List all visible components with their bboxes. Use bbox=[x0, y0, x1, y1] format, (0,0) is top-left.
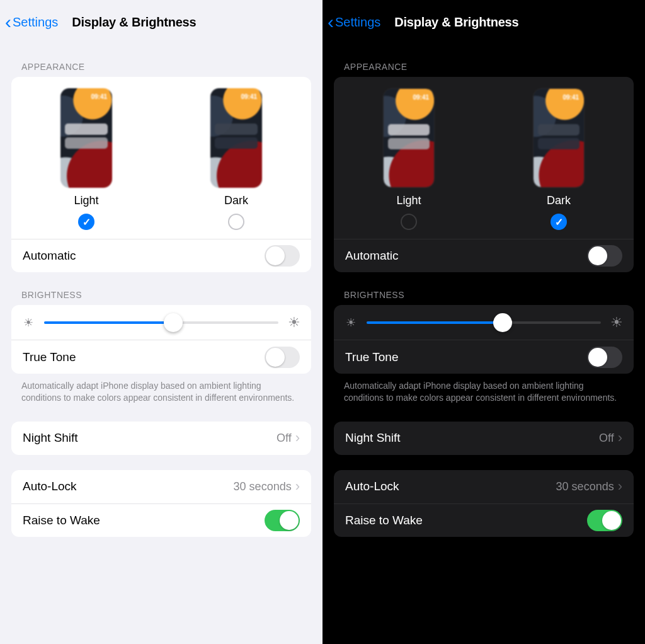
appearance-dark-radio[interactable] bbox=[228, 214, 244, 230]
automatic-switch[interactable] bbox=[265, 245, 300, 267]
chevron-left-icon: ‹ bbox=[328, 13, 334, 32]
appearance-dark-preview: 09:41 bbox=[533, 88, 585, 188]
raise-row: Raise to Wake bbox=[334, 503, 634, 537]
nav-bar: ‹ Settings Display & Brightness bbox=[322, 0, 645, 44]
automatic-row: Automatic bbox=[11, 239, 311, 272]
preview-clock: 09:41 bbox=[562, 94, 579, 101]
back-label: Settings bbox=[335, 15, 380, 30]
raise-switch[interactable] bbox=[265, 510, 300, 531]
truetone-label: True Tone bbox=[345, 350, 587, 364]
sun-min-icon: ☀ bbox=[21, 316, 35, 330]
brightness-slider-row: ☀ ☀ bbox=[334, 305, 634, 340]
sun-max-icon: ☀ bbox=[610, 316, 624, 330]
section-appearance-label: APPEARANCE bbox=[322, 44, 645, 77]
appearance-options: 09:41 Light 09:41 Dark bbox=[11, 77, 311, 239]
nightshift-value: Off bbox=[599, 432, 614, 445]
appearance-light-radio[interactable] bbox=[401, 214, 417, 230]
autolock-value: 30 seconds bbox=[234, 480, 292, 493]
appearance-options: 09:41 Light 09:41 Dark bbox=[334, 77, 634, 239]
autolock-value: 30 seconds bbox=[556, 480, 614, 493]
nightshift-group: Night Shift Off › bbox=[11, 422, 311, 455]
chevron-left-icon: ‹ bbox=[5, 13, 11, 32]
back-button[interactable]: ‹ Settings bbox=[328, 13, 380, 32]
sun-min-icon: ☀ bbox=[344, 316, 358, 330]
truetone-row: True Tone bbox=[334, 340, 634, 374]
appearance-dark-preview: 09:41 bbox=[210, 88, 262, 188]
truetone-switch[interactable] bbox=[265, 347, 300, 368]
appearance-light-option[interactable]: 09:41 Light bbox=[11, 88, 161, 230]
autolock-label: Auto-Lock bbox=[345, 480, 556, 493]
truetone-note: Automatically adapt iPhone display based… bbox=[322, 374, 645, 406]
nightshift-label: Night Shift bbox=[23, 431, 277, 445]
nightshift-row[interactable]: Night Shift Off › bbox=[334, 422, 634, 455]
back-label: Settings bbox=[13, 15, 58, 30]
page-title: Display & Brightness bbox=[380, 15, 640, 30]
truetone-row: True Tone bbox=[11, 340, 311, 374]
appearance-dark-label: Dark bbox=[547, 194, 571, 207]
appearance-light-label: Light bbox=[396, 194, 421, 207]
nightshift-row[interactable]: Night Shift Off › bbox=[11, 422, 311, 455]
preview-clock: 09:41 bbox=[91, 93, 107, 100]
appearance-light-preview: 09:41 bbox=[383, 88, 435, 188]
automatic-row: Automatic bbox=[334, 239, 634, 272]
brightness-slider[interactable] bbox=[367, 321, 601, 324]
nav-bar: ‹ Settings Display & Brightness bbox=[0, 0, 322, 44]
appearance-light-option[interactable]: 09:41 Light bbox=[334, 88, 484, 230]
raise-switch[interactable] bbox=[587, 510, 622, 531]
appearance-light-label: Light bbox=[74, 194, 98, 207]
autolock-row[interactable]: Auto-Lock 30 seconds › bbox=[334, 470, 634, 503]
appearance-light-preview: 09:41 bbox=[60, 88, 112, 188]
chevron-right-icon: › bbox=[618, 478, 622, 495]
raise-label: Raise to Wake bbox=[23, 514, 265, 527]
back-button[interactable]: ‹ Settings bbox=[5, 13, 58, 32]
section-brightness-label: BRIGHTNESS bbox=[0, 272, 322, 305]
truetone-note: Automatically adapt iPhone display based… bbox=[0, 374, 322, 406]
settings-display-brightness-light: ‹ Settings Display & Brightness APPEARAN… bbox=[0, 0, 322, 644]
appearance-light-radio[interactable] bbox=[78, 214, 94, 230]
lock-group: Auto-Lock 30 seconds › Raise to Wake bbox=[334, 470, 634, 537]
appearance-group: 09:41 Light 09:41 Dark Automatic bbox=[11, 77, 311, 272]
lock-group: Auto-Lock 30 seconds › Raise to Wake bbox=[11, 470, 311, 537]
autolock-label: Auto-Lock bbox=[23, 480, 234, 493]
brightness-group: ☀ ☀ True Tone bbox=[334, 305, 634, 374]
chevron-right-icon: › bbox=[295, 478, 300, 495]
truetone-switch[interactable] bbox=[587, 347, 622, 368]
appearance-dark-option[interactable]: 09:41 Dark bbox=[484, 88, 634, 230]
raise-row: Raise to Wake bbox=[11, 503, 311, 537]
autolock-row[interactable]: Auto-Lock 30 seconds › bbox=[11, 470, 311, 503]
appearance-group: 09:41 Light 09:41 Dark Automatic bbox=[334, 77, 634, 272]
automatic-label: Automatic bbox=[23, 249, 265, 263]
nightshift-group: Night Shift Off › bbox=[334, 422, 634, 455]
brightness-group: ☀ ☀ True Tone bbox=[11, 305, 311, 374]
preview-clock: 09:41 bbox=[413, 94, 429, 101]
brightness-slider-row: ☀ ☀ bbox=[11, 305, 311, 340]
nightshift-value: Off bbox=[277, 432, 292, 445]
automatic-switch[interactable] bbox=[587, 245, 622, 267]
brightness-slider[interactable] bbox=[44, 321, 278, 324]
section-appearance-label: APPEARANCE bbox=[0, 44, 322, 77]
raise-label: Raise to Wake bbox=[345, 514, 587, 527]
truetone-label: True Tone bbox=[23, 350, 265, 364]
nightshift-label: Night Shift bbox=[345, 431, 599, 445]
automatic-label: Automatic bbox=[345, 249, 587, 263]
sun-max-icon: ☀ bbox=[287, 316, 301, 330]
settings-display-brightness-dark: ‹ Settings Display & Brightness APPEARAN… bbox=[322, 0, 645, 644]
page-title: Display & Brightness bbox=[58, 15, 317, 30]
preview-clock: 09:41 bbox=[241, 93, 257, 100]
chevron-right-icon: › bbox=[618, 430, 622, 446]
appearance-dark-label: Dark bbox=[224, 194, 248, 207]
section-brightness-label: BRIGHTNESS bbox=[322, 272, 645, 305]
chevron-right-icon: › bbox=[295, 430, 300, 446]
appearance-dark-option[interactable]: 09:41 Dark bbox=[161, 88, 311, 230]
appearance-dark-radio[interactable] bbox=[551, 214, 567, 230]
